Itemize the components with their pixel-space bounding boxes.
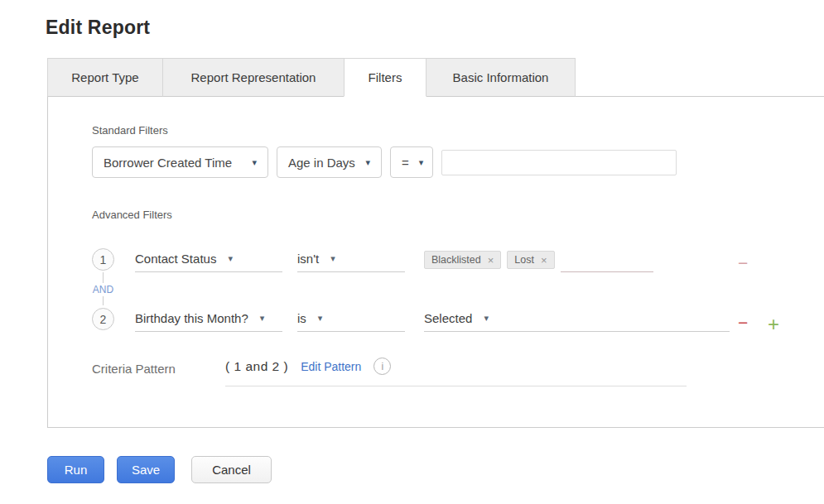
connector-line [103,272,104,283]
filters-panel: Standard Filters Borrower Created Time ▾… [47,96,824,428]
standard-operator-dropdown[interactable]: = ▾ [390,146,433,178]
standard-value-input[interactable] [441,150,677,175]
standard-column-value: Age in Days [288,156,355,170]
tab-basic-information[interactable]: Basic Information [426,58,576,97]
run-button[interactable]: Run [47,456,104,483]
chevron-down-icon: ▾ [260,313,265,324]
criteria-pattern-value: ( 1 and 2 ) [225,359,288,374]
footer-actions: Run Save Cancel [47,456,824,483]
standard-field-value: Borrower Created Time [104,156,232,170]
remove-row-icon[interactable]: − [738,259,748,267]
criteria-pattern-row: Criteria Pattern ( 1 and 2 ) Edit Patter… [92,358,824,386]
criteria-field-dropdown-1[interactable]: Contact Status ▾ [135,246,282,272]
tab-bar: Report Type Report Representation Filter… [47,58,824,97]
row-number-badge: 2 [92,308,114,330]
remove-tag-icon[interactable]: × [488,255,494,266]
tab-report-representation[interactable]: Report Representation [162,58,345,97]
chevron-down-icon: ▾ [365,157,370,168]
criteria-field-dropdown-2[interactable]: Birthday this Month? ▾ [135,305,282,332]
criteria-operator-value: is [297,311,306,325]
save-button[interactable]: Save [117,456,175,483]
row-number-badge: 1 [92,248,114,271]
criteria-value-zone-1: Blacklisted × Lost × [424,251,730,272]
advanced-filter-row-2: 2 Birthday this Month? ▾ is ▾ Selected ▾… [92,305,824,332]
tab-filters[interactable]: Filters [344,58,426,97]
criteria-value: Selected [424,311,472,325]
criteria-connector: AND [92,272,114,305]
criteria-operator-value: isn't [297,252,319,266]
chevron-down-icon: ▾ [484,313,489,324]
chevron-down-icon: ▾ [228,253,233,264]
tab-report-type[interactable]: Report Type [47,58,163,97]
advanced-filter-row-1: 1 Contact Status ▾ isn't ▾ Blacklisted ×… [92,246,824,272]
chevron-down-icon: ▾ [419,157,424,168]
cancel-button[interactable]: Cancel [191,456,272,483]
connector-label: AND [93,283,113,296]
criteria-field-value: Contact Status [135,252,216,266]
criteria-value-dropdown-2[interactable]: Selected ▾ [424,305,730,332]
standard-column-dropdown[interactable]: Age in Days ▾ [277,146,382,178]
remove-tag-icon[interactable]: × [541,255,547,266]
value-tag-label: Blacklisted [431,254,481,266]
standard-field-dropdown[interactable]: Borrower Created Time ▾ [92,146,268,178]
tag-entry-input[interactable] [561,251,653,272]
standard-operator-value: = [402,156,409,170]
edit-pattern-link[interactable]: Edit Pattern [301,360,361,373]
standard-filter-row: Borrower Created Time ▾ Age in Days ▾ = … [92,146,824,178]
value-tag-label: Lost [514,254,534,266]
criteria-field-value: Birthday this Month? [135,311,248,325]
page-title: Edit Report [46,17,824,39]
standard-filters-label: Standard Filters [92,124,824,137]
value-tag: Blacklisted × [424,251,501,269]
criteria-operator-dropdown-1[interactable]: isn't ▾ [297,246,405,272]
criteria-pattern-field: ( 1 and 2 ) Edit Pattern i [225,358,687,386]
value-tag: Lost × [507,251,554,269]
info-icon[interactable]: i [373,358,391,375]
chevron-down-icon: ▾ [330,253,335,264]
remove-row-icon[interactable]: − [738,319,748,327]
criteria-pattern-label: Criteria Pattern [92,358,225,376]
chevron-down-icon: ▾ [318,313,323,324]
advanced-filters-label: Advanced Filters [92,209,824,221]
chevron-down-icon: ▾ [252,157,257,168]
add-row-icon[interactable]: + [768,318,779,331]
criteria-operator-dropdown-2[interactable]: is ▾ [297,305,405,332]
connector-line [103,296,104,305]
